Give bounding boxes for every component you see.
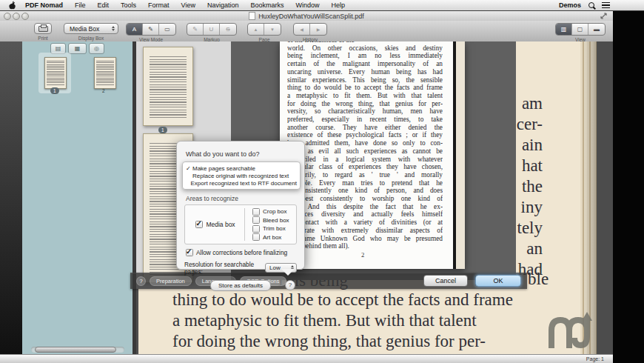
page-right-margin [456, 41, 465, 269]
markup-segmented: ✎ U S [187, 23, 237, 36]
menubar-item[interactable]: Navigation [201, 0, 245, 10]
area-options-column: Crop boxBleed boxTrim boxArt box [245, 208, 295, 241]
area-option-label: Bleed box [263, 217, 289, 224]
page-text-line: reconciled in a logical system with what… [287, 156, 443, 164]
allow-corrections-checkbox[interactable] [186, 249, 193, 256]
area-option[interactable]: Bleed box [252, 217, 295, 224]
grid-view-icon[interactable]: ▦ [68, 43, 87, 54]
scrollbar-thumb[interactable] [35, 347, 116, 353]
view-mode-segmented: A ✎ ▭ [126, 23, 176, 36]
menubar-right: Demos [559, 0, 644, 10]
apple-menu[interactable] [0, 1, 21, 10]
action-dropdown-menu[interactable]: ✓Make pages searchableReplace original w… [182, 161, 301, 190]
single-page-view-button[interactable]: ▢ [572, 24, 588, 35]
page-text-line: the same Unknown God who may be presumed [287, 235, 443, 243]
continuous-view-button[interactable]: ▬ [588, 24, 605, 35]
page-text-line: periences diversity and actually feels h… [287, 210, 443, 219]
document-background-right [597, 41, 613, 354]
sidebar-scrollbar[interactable] [31, 347, 124, 353]
scan-line: for doing the wrong thing, that genius f… [172, 332, 486, 351]
page-text-line: certain of the malignant impersonality o… [287, 60, 443, 68]
menu-item[interactable]: ✓Make pages searchable [186, 164, 297, 172]
strikethrough-button[interactable]: S [220, 24, 236, 35]
menubar-item[interactable]: View [175, 0, 201, 10]
print-button[interactable] [34, 23, 52, 34]
menubar-item[interactable]: File [69, 0, 92, 10]
resize-icon[interactable] [600, 13, 607, 19]
area-checkbox[interactable] [252, 208, 260, 216]
text-view-button[interactable]: A [127, 24, 143, 35]
notification-center-icon[interactable] [602, 2, 610, 8]
area-option-label: Art box [263, 234, 281, 241]
area-option[interactable]: Trim box [252, 225, 295, 232]
ok-button[interactable]: OK [475, 275, 521, 287]
page-thumbnail-2[interactable] [94, 57, 116, 89]
area-checkbox[interactable] [252, 233, 260, 241]
toolbar: Print Media Box Display Box A ✎ ▭ View M… [0, 21, 613, 42]
page-text-line: existence of these psychological facts ;… [287, 131, 443, 139]
spotlight-search-icon[interactable] [588, 2, 594, 8]
page-text-line: in contact with a variety of divinities … [287, 219, 443, 227]
area-option[interactable]: Art box [252, 234, 295, 241]
page-text-line: valuable. Every man tries to pretend tha… [287, 179, 443, 187]
view-mode-group: A ✎ ▭ View Mode [126, 23, 176, 42]
menubar-item[interactable]: Edit [92, 0, 115, 10]
previous-page-button[interactable]: ▲ [248, 24, 264, 35]
history-back-button[interactable]: ◀ [294, 24, 310, 35]
history-group: ◀ ▶ History [293, 23, 327, 42]
area-option[interactable]: Crop box [252, 208, 295, 215]
next-page-button[interactable]: ▼ [264, 24, 281, 35]
window-title: HuxleyDoWhatYouWillScanSplit.pdf [0, 12, 613, 20]
annotate-button[interactable]: ✎ [187, 24, 204, 35]
thumbnail-sidebar[interactable]: ▤ ▦ ◎ 1 2 [22, 41, 133, 354]
page-thumbnail-1[interactable] [44, 57, 67, 89]
box-view-button[interactable]: ▭ [159, 24, 175, 35]
thumbnail-1-page-badge: 1 [50, 87, 59, 94]
area-option-label: Crop box [263, 208, 286, 215]
page-text-line: particular class of experiences they hav… [287, 163, 443, 171]
page-text-line: versity, so characteristically human, me… [287, 107, 443, 116]
page-text-line: to be behind them all). [287, 242, 443, 250]
area-checkbox[interactable] [252, 216, 260, 224]
menubar-item[interactable]: PDF Nomad [21, 0, 69, 10]
ocr-options-popover: What do you want to do? ✓Make pages sear… [176, 141, 305, 270]
areas-group-box: Media box Crop boxBleed boxTrim boxArt b… [184, 204, 297, 244]
menu-item[interactable]: Export recognized text to RTF document [186, 179, 297, 187]
menubar-item[interactable]: Window [289, 0, 325, 10]
media-box-checkbox[interactable] [195, 221, 203, 228]
view-group: ▥ ▢ ▬ View [555, 23, 606, 42]
popover-help-button[interactable]: ? [285, 280, 295, 290]
navigator-thumbnail-1[interactable] [143, 47, 193, 126]
help-button[interactable]: ? [136, 276, 146, 286]
menubar-item[interactable]: Bookmarks [244, 0, 289, 10]
zoom-lens-icon[interactable]: ◎ [89, 43, 104, 54]
page-text-line: being inclement, I am no less immediatel… [287, 52, 443, 60]
area-checkbox[interactable] [252, 225, 260, 233]
menu-item[interactable]: Replace original with recognized text [186, 172, 297, 179]
cancel-button[interactable]: Cancel [423, 275, 468, 287]
history-forward-button[interactable]: ▶ [310, 24, 326, 35]
page-text-line: for doing the wrong thing, that genius f… [287, 100, 443, 108]
content-area: ▤ ▦ ◎ 1 2 amcer-ainhattheinytelyanhad en… [0, 41, 613, 354]
menubar-item[interactable]: Format [142, 0, 175, 10]
menubar-item[interactable]: Tools [115, 0, 142, 10]
resolution-row: Resolution for searchable pages: Low [184, 261, 297, 276]
title-bar[interactable]: HuxleyDoWhatYouWillScanSplit.pdf [0, 10, 613, 21]
store-defaults-button[interactable]: Store as defaults [210, 280, 271, 291]
recognized-page-preview[interactable]: of the friendliness of theworld. On othe… [280, 41, 465, 269]
book-edge-texture [580, 41, 597, 354]
page-text-line: is consistently one kind of person, and … [287, 187, 443, 195]
macupdate-watermark [546, 311, 594, 351]
page-text-line: demn as evil all such experiences as can… [287, 147, 443, 156]
menu-extra-demos[interactable]: Demos [559, 0, 581, 10]
page-text-line: arbitrarily, to regard as ' true ' and m… [287, 171, 443, 179]
menubar-item[interactable]: Help [326, 0, 352, 10]
left-edge-pane [0, 41, 22, 354]
sidebar-view-button[interactable]: ▥ [556, 24, 572, 35]
display-box-popup[interactable]: Media Box [64, 23, 118, 34]
allow-corrections-option[interactable]: Allow corrections before finalizing [186, 249, 297, 256]
page-text-line: uncaring universe. Every human being has… [287, 68, 443, 76]
media-box-option[interactable]: Media box [187, 208, 245, 241]
underline-button[interactable]: U [204, 24, 220, 35]
edit-view-button[interactable]: ✎ [143, 24, 159, 35]
